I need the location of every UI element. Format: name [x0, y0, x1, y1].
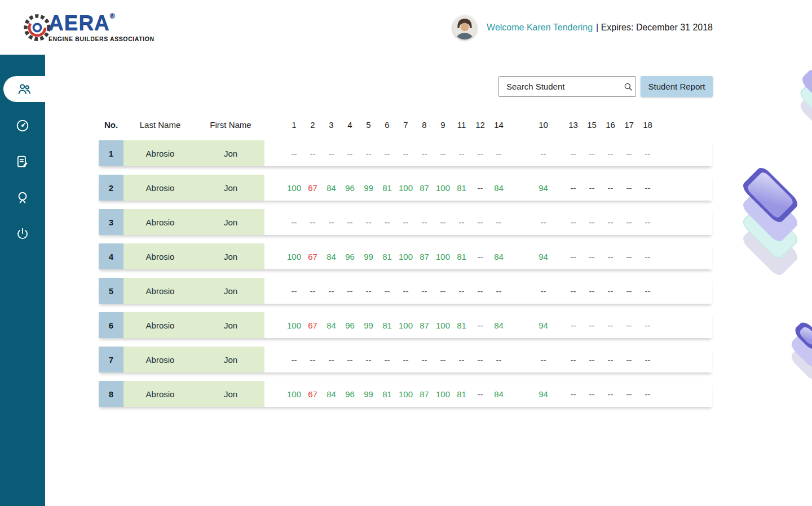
row-number: 6 — [99, 312, 123, 338]
name-cells: Abrosio Jon — [123, 278, 264, 304]
score-cell: -- — [434, 218, 452, 227]
score-cell: 84 — [322, 183, 341, 193]
first-name-column-header: First Name — [197, 120, 264, 130]
score-cell: 81 — [452, 389, 471, 399]
score-cell: -- — [434, 149, 452, 158]
decor-layer — [740, 165, 801, 225]
first-name-cell: Jon — [197, 140, 264, 166]
score-cell: 100 — [396, 252, 415, 261]
score-cell: -- — [452, 286, 471, 296]
decor-layer — [797, 79, 812, 120]
score-cell: -- — [322, 286, 341, 296]
score-cell: 84 — [489, 321, 508, 330]
score-cell: -- — [601, 218, 620, 227]
score-cell: -- — [638, 355, 657, 365]
score-cell: 67 — [303, 183, 322, 193]
score-column-header: 1 — [285, 120, 303, 130]
score-cell: 81 — [378, 183, 396, 193]
score-cell: 87 — [415, 252, 434, 261]
score-cell: -- — [489, 286, 508, 296]
score-cell: -- — [620, 389, 638, 399]
score-column-header: 11 — [452, 120, 471, 130]
score-cell: -- — [601, 149, 620, 158]
table-row[interactable]: 7 Abrosio Jon --------------------------… — [99, 347, 712, 372]
score-cell: -- — [415, 286, 434, 296]
avatar[interactable] — [453, 16, 476, 39]
score-cell: -- — [564, 218, 582, 227]
decor-layer — [797, 91, 812, 132]
score-cell: 81 — [452, 321, 471, 330]
student-table: No. Last Name First Name 123456789111214… — [99, 116, 712, 415]
last-name-cell: Abrosio — [123, 278, 197, 304]
score-column-header: 3 — [322, 120, 341, 130]
score-cell: -- — [359, 286, 378, 296]
score-cell: -- — [564, 321, 582, 330]
score-cell: 96 — [341, 389, 359, 399]
score-cell: 99 — [359, 183, 378, 193]
table-header-row: No. Last Name First Name 123456789111214… — [99, 116, 712, 133]
score-cell: 96 — [341, 252, 359, 261]
registered-mark: ® — [110, 12, 116, 20]
score-cell: -- — [564, 389, 582, 399]
score-cell: -- — [582, 389, 601, 399]
decor-layer — [788, 330, 812, 370]
score-cell: -- — [489, 149, 508, 158]
sidebar-item-dashboard[interactable] — [0, 108, 45, 144]
score-cells: 10067849699811008710081--8494---------- — [264, 381, 712, 407]
sidebar-item-logout[interactable] — [0, 216, 45, 252]
search-icon[interactable] — [623, 82, 633, 92]
table-row[interactable]: 6 Abrosio Jon 10067849699811008710081--8… — [99, 312, 712, 338]
score-cell: -- — [396, 286, 415, 296]
sidebar-item-training[interactable] — [0, 180, 45, 216]
welcome-link[interactable]: Welcome Karen Tendering — [487, 23, 593, 33]
score-cell: -- — [452, 218, 471, 227]
decor-layer — [792, 319, 812, 352]
table-row[interactable]: 8 Abrosio Jon 10067849699811008710081--8… — [99, 381, 712, 407]
score-cell: -- — [303, 355, 322, 365]
sidebar-item-students[interactable] — [3, 76, 45, 102]
name-cells: Abrosio Jon — [123, 140, 264, 166]
score-column-header: 18 — [638, 120, 657, 130]
score-cell: 100 — [396, 183, 415, 193]
score-cell: -- — [620, 252, 638, 261]
table-row[interactable]: 2 Abrosio Jon 10067849699811008710081--8… — [99, 175, 712, 201]
score-cell: 94 — [534, 252, 553, 261]
score-column-header: 6 — [378, 120, 396, 130]
table-row[interactable]: 4 Abrosio Jon 10067849699811008710081--8… — [99, 243, 712, 269]
score-cell: -- — [582, 183, 601, 193]
student-report-button[interactable]: Student Report — [641, 76, 713, 97]
score-cell: 67 — [303, 252, 322, 261]
score-cell: -- — [341, 286, 359, 296]
score-cell: -- — [601, 183, 620, 193]
score-cell: -- — [582, 149, 601, 158]
name-cells: Abrosio Jon — [123, 347, 264, 372]
score-column-header: 4 — [341, 120, 359, 130]
name-cells: Abrosio Jon — [123, 243, 264, 269]
table-body: 1 Abrosio Jon --------------------------… — [99, 140, 712, 407]
table-row[interactable]: 5 Abrosio Jon --------------------------… — [99, 278, 712, 304]
score-cell: -- — [471, 286, 489, 296]
score-cell: -- — [638, 321, 657, 330]
score-cell: -- — [638, 218, 657, 227]
score-column-header: 2 — [303, 120, 322, 130]
table-row[interactable]: 1 Abrosio Jon --------------------------… — [99, 140, 712, 166]
row-number: 5 — [99, 278, 123, 304]
name-cells: Abrosio Jon — [123, 175, 264, 201]
search-box — [498, 76, 636, 97]
score-cell: 100 — [434, 321, 452, 330]
score-cell: 100 — [434, 389, 452, 399]
power-icon — [15, 227, 30, 241]
table-row[interactable]: 3 Abrosio Jon --------------------------… — [99, 209, 712, 235]
score-cells: ------------------------------------ — [264, 278, 712, 304]
score-cell: -- — [620, 149, 638, 158]
score-cells: 10067849699811008710081--8494---------- — [264, 243, 712, 269]
score-cell: 100 — [285, 252, 303, 261]
decor-layer — [740, 218, 801, 278]
score-cell: -- — [471, 218, 489, 227]
score-cell: -- — [415, 355, 434, 365]
search-input[interactable] — [499, 82, 623, 91]
score-cells: ------------------------------------ — [264, 140, 712, 166]
sidebar-item-reports[interactable] — [0, 144, 45, 180]
row-number: 4 — [99, 243, 123, 269]
last-name-cell: Abrosio — [123, 243, 197, 269]
